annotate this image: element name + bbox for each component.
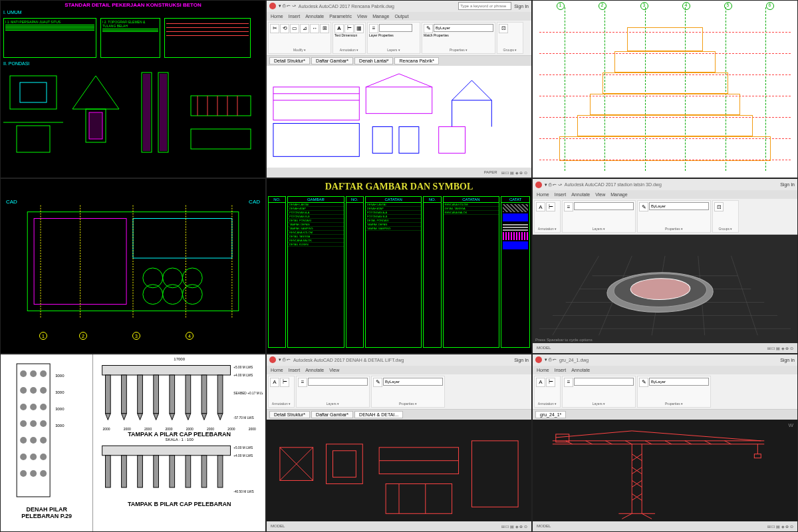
space-toggle[interactable]: PAPER (484, 170, 497, 174)
tab-home[interactable]: Home (271, 14, 283, 19)
tool-icon[interactable]: ⊞ (320, 24, 329, 33)
tool-icon[interactable]: ✂ (270, 24, 279, 33)
doc-tab[interactable]: Rencana Pabrik* (394, 57, 439, 65)
tool-icon[interactable]: ✎ (639, 202, 648, 211)
ribbon: A⊢Annotation ▾ ≡Layers ▾ ✎Properties ▾ ⊡… (533, 199, 797, 234)
tool-icon[interactable]: ≡ (564, 202, 573, 211)
floor-plan-canvas[interactable] (1, 179, 265, 353)
model-toggle[interactable]: MODEL (537, 346, 551, 350)
app-title: Autodesk AutoCAD 2017 stadion latsin 3D.… (565, 182, 662, 187)
tool-icon[interactable]: ⟲ (280, 24, 289, 33)
ribbon: A⊢Annotation ▾ ≡Layers ▾ ✎Properties ▾ (533, 374, 797, 410)
status-icons[interactable]: ⊞ ⊡ ▤ ◈ ⊕ ⊙ (501, 170, 527, 175)
foundation-detail-4 (184, 69, 257, 156)
ribbon-tabs[interactable]: HomeInsertAnnotate (533, 366, 797, 374)
tab-manage[interactable]: Manage (372, 14, 389, 19)
tool-icon[interactable]: ↔ (310, 24, 319, 33)
svg-line-134 (685, 441, 692, 444)
svg-rect-33 (133, 219, 232, 259)
svg-rect-11 (191, 96, 251, 116)
svg-rect-9 (143, 74, 150, 151)
layer-dropdown[interactable] (379, 24, 412, 32)
svg-rect-28 (372, 126, 392, 153)
svg-point-73 (40, 437, 47, 444)
text-icon[interactable]: A (334, 24, 344, 33)
svg-text:3000: 3000 (55, 424, 65, 428)
ribbon-group-modify: ✂⟲▭⊿↔⊞ Modify ▾ (268, 22, 331, 54)
tab-parametric[interactable]: Parametric (329, 14, 352, 19)
svg-rect-0 (10, 76, 57, 109)
3d-canvas[interactable]: Press Spacebar to cycle options (533, 235, 797, 343)
tab-output[interactable]: Output (394, 14, 408, 19)
svg-text:SEABED +0.17 M LWS: SEABED +0.17 M LWS (234, 392, 263, 395)
group-icon[interactable]: ⊡ (499, 24, 508, 33)
svg-text:-40.50 M LWS: -40.50 M LWS (234, 490, 254, 493)
table-col-catatan: CATATAN DENAH LANTAIDENAH ATAPPOTONGAN A… (365, 196, 422, 348)
svg-line-54 (732, 256, 758, 335)
app-icon (269, 3, 276, 9)
ribbon-tabs[interactable]: HomeInsertAnnotateView (267, 366, 531, 374)
group-label: Modify ▾ (270, 48, 329, 52)
svg-point-62 (20, 387, 27, 394)
app-icon (269, 356, 276, 363)
tile-autocad-crane: ▾ ⎙ ⤺ gru_24_1.dwg Sign In HomeInsertAnn… (532, 354, 798, 532)
svg-rect-105 (122, 456, 127, 487)
signin-link[interactable]: Sign In (514, 4, 529, 9)
quick-access-icons[interactable]: ▾ ⎙ ⤺ ⤻ (279, 3, 296, 9)
svg-point-63 (30, 387, 37, 394)
svg-line-133 (665, 441, 672, 444)
quick-access-icons[interactable]: ▾ ⎙ ⤺ ⤻ (545, 182, 562, 188)
svg-rect-103 (102, 446, 231, 455)
svg-line-150 (642, 513, 652, 519)
doc-tab[interactable]: Denah Lantai* (354, 57, 393, 65)
svg-text:+4.00 M LWS: +4.00 M LWS (234, 374, 253, 377)
tile-section-drawing: 1 2 3 4 5 6 (532, 0, 798, 178)
table-icon[interactable]: ▦ (354, 24, 364, 33)
svg-point-78 (30, 470, 37, 477)
drawing-area[interactable]: 1 2 3 4 5 6 (539, 7, 791, 171)
group-label: Annotation ▾ (334, 48, 364, 52)
dimension-icon[interactable]: ⊢ (344, 24, 354, 33)
document-tabs: Detail Struktur* Daftar Gambar* Denah La… (267, 56, 531, 66)
svg-rect-104 (106, 456, 111, 487)
svg-line-23 (399, 74, 432, 87)
ribbon-tabs[interactable]: Home Insert Annotate Parametric View Man… (267, 12, 531, 21)
svg-marker-97 (186, 414, 191, 420)
tab-annotate[interactable]: Annotate (305, 14, 324, 19)
status-bar: MODEL ⊞ ⊡ ▤ ◈ ⊕ ⊙ (533, 343, 797, 353)
tool-icon[interactable]: ⊢ (546, 202, 555, 211)
tab-insert[interactable]: Insert (289, 14, 301, 19)
app-icon (535, 356, 542, 363)
tile-daftar-gambar: DAFTAR GAMBAR DAN SYMBOL NO. GAMBAR DENA… (266, 178, 532, 354)
doc-tab[interactable]: Daftar Gambar* (311, 57, 353, 65)
svg-rect-10 (160, 74, 167, 151)
drawing-canvas[interactable]: W (533, 420, 797, 521)
status-icons[interactable]: ⊞ ⊡ ▤ ◈ ⊕ ⊙ (767, 346, 793, 350)
drawing-canvas[interactable] (267, 420, 531, 521)
table-col-gambar: GAMBAR DENAH LANTAIDENAH ATAPPOTONGAN A-… (287, 196, 344, 348)
tool-icon[interactable]: ⊡ (714, 202, 724, 211)
section-heading-2: II. PONDASI (1, 61, 265, 66)
tool-icon[interactable]: A (536, 202, 545, 211)
drawing-canvas[interactable] (267, 66, 531, 168)
signin-link[interactable]: Sign In (780, 182, 795, 187)
doc-tab[interactable]: Detail Struktur* (269, 57, 310, 65)
section-heading-1: I. UMUM (1, 9, 265, 15)
layer-props-icon[interactable]: ≡ (369, 24, 378, 33)
bylayer-dropdown[interactable] (434, 24, 493, 32)
svg-rect-18 (273, 87, 359, 120)
document-tabs: gru_24_1* (533, 410, 797, 420)
foundation-detail-1 (3, 69, 63, 156)
tab-view[interactable]: View (357, 14, 367, 19)
svg-point-65 (20, 404, 27, 410)
ribbon-tabs[interactable]: HomeInsertAnnotateViewManage (533, 190, 797, 199)
view-title: PELEBARAN P.29 (3, 513, 90, 519)
search-input[interactable] (458, 2, 511, 10)
table-col-no: NO. (268, 196, 286, 348)
tool-icon[interactable]: ⊿ (300, 24, 309, 33)
match-icon[interactable]: ✎ (424, 24, 433, 33)
grid-bubble: 1 (39, 332, 47, 340)
svg-marker-96 (170, 414, 175, 420)
tool-icon[interactable]: ▭ (290, 24, 299, 33)
svg-rect-118 (327, 444, 363, 484)
